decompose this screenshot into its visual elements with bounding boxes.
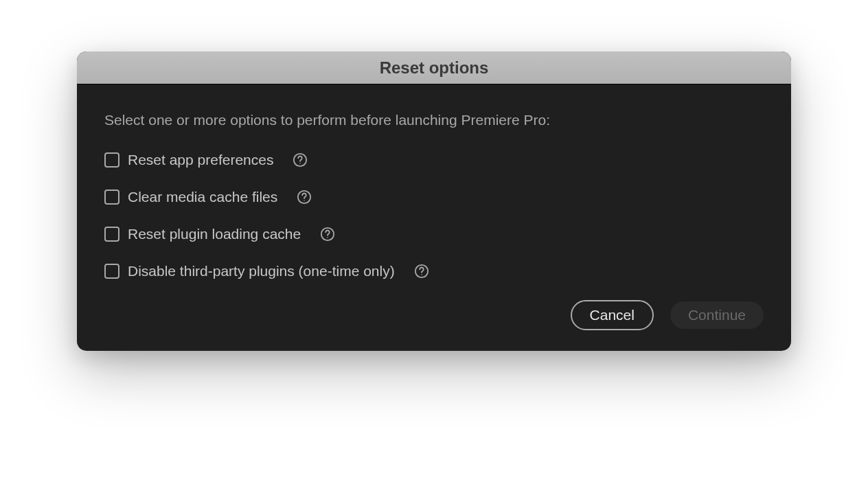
help-icon[interactable] [414,264,429,279]
dialog-button-row: Cancel Continue [104,300,764,330]
option-label: Clear media cache files [128,189,277,205]
continue-button: Continue [670,301,764,329]
dialog-titlebar: Reset options [77,51,791,84]
help-icon[interactable] [293,152,308,168]
svg-point-7 [421,274,422,275]
checkbox-disable-third-party-plugins[interactable] [104,264,119,279]
checkbox-reset-plugin-cache[interactable] [104,227,119,242]
dialog-content: Select one or more options to perform be… [77,84,791,351]
option-label: Disable third-party plugins (one-time on… [128,263,395,279]
svg-point-5 [327,237,328,238]
option-disable-third-party-plugins: Disable third-party plugins (one-time on… [104,263,764,279]
option-clear-media-cache: Clear media cache files [104,189,764,205]
svg-point-1 [300,163,301,163]
option-label: Reset app preferences [128,152,273,168]
option-label: Reset plugin loading cache [128,226,301,242]
help-icon[interactable] [320,227,335,242]
cancel-button[interactable]: Cancel [571,300,654,330]
dialog-instruction: Select one or more options to perform be… [104,112,764,128]
option-reset-plugin-cache: Reset plugin loading cache [104,226,764,242]
checkbox-reset-app-preferences[interactable] [104,152,119,168]
help-icon[interactable] [297,190,312,205]
checkbox-clear-media-cache[interactable] [104,190,119,205]
option-reset-app-preferences: Reset app preferences [104,152,764,168]
svg-point-3 [304,200,305,200]
reset-options-dialog: Reset options Select one or more options… [77,51,791,351]
dialog-title: Reset options [380,58,489,78]
